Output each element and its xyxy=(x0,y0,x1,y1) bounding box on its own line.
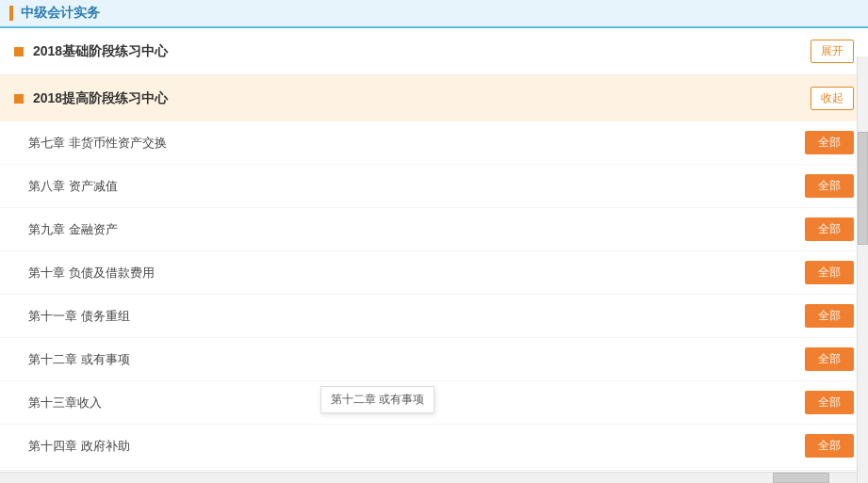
item-all-btn[interactable]: 全部 xyxy=(805,174,854,198)
vertical-scrollbar[interactable] xyxy=(857,56,868,483)
advanced-section-header-left: 2018提高阶段练习中心 xyxy=(14,90,168,107)
top-bar-title: 中级会计实务 xyxy=(21,5,100,22)
item-label: 第十章 负债及借款费用 xyxy=(28,265,155,282)
advanced-toggle-btn[interactable]: 收起 xyxy=(811,87,854,110)
item-label: 第十一章 债务重组 xyxy=(28,308,130,325)
main-content: 2018基础阶段练习中心 展开 2018提高阶段练习中心 收起 第七章 非货币性… xyxy=(0,28,868,483)
item-all-btn[interactable]: 全部 xyxy=(805,434,854,458)
top-bar-icon xyxy=(9,6,13,21)
basic-section-icon xyxy=(14,47,24,56)
item-label: 第十三章收入 xyxy=(28,394,102,411)
item-all-btn[interactable]: 全部 xyxy=(805,347,854,371)
table-row: 第十四章 政府补助 全部 xyxy=(0,425,868,468)
table-row: 第八章 资产减值 全部 xyxy=(0,165,868,208)
table-row: 第十五章 所得税 全部 xyxy=(0,468,868,470)
basic-toggle-btn[interactable]: 展开 xyxy=(811,40,854,63)
item-label: 第九章 金融资产 xyxy=(28,221,118,238)
item-label: 第八章 资产减值 xyxy=(28,178,118,195)
basic-section-title: 2018基础阶段练习中心 xyxy=(33,43,168,60)
advanced-section: 2018提高阶段练习中心 收起 第七章 非货币性资产交换 全部 第八章 资产减值… xyxy=(0,75,868,471)
horizontal-scrollbar[interactable] xyxy=(0,472,857,483)
table-row: 第九章 金融资产 全部 xyxy=(0,208,868,251)
table-row: 第七章 非货币性资产交换 全部 xyxy=(0,121,868,165)
top-bar: 中级会计实务 xyxy=(0,0,868,28)
item-label: 第十四章 政府补助 xyxy=(28,438,130,455)
items-container[interactable]: 第七章 非货币性资产交换 全部 第八章 资产减值 全部 第九章 金融资产 全部 … xyxy=(0,121,868,470)
item-all-btn[interactable]: 全部 xyxy=(805,391,854,414)
item-label: 第七章 非货币性资产交换 xyxy=(28,135,167,152)
item-label: 第十二章 或有事项 xyxy=(28,351,130,368)
horizontal-scrollbar-thumb[interactable] xyxy=(773,473,829,483)
advanced-section-title: 2018提高阶段练习中心 xyxy=(33,90,168,107)
table-row: 第十章 负债及借款费用 全部 xyxy=(0,251,868,295)
table-row: 第十一章 债务重组 全部 xyxy=(0,295,868,338)
advanced-section-icon xyxy=(14,94,24,104)
table-row: 第十三章收入 第十二章 或有事项 全部 xyxy=(0,381,868,425)
basic-section-header: 2018基础阶段练习中心 展开 xyxy=(0,28,868,74)
advanced-section-header: 2018提高阶段练习中心 收起 xyxy=(0,75,868,121)
item-all-btn[interactable]: 全部 xyxy=(805,261,854,284)
item-all-btn[interactable]: 全部 xyxy=(805,304,854,328)
tooltip: 第十二章 或有事项 xyxy=(320,386,434,413)
basic-section-header-left: 2018基础阶段练习中心 xyxy=(14,43,168,60)
item-all-btn[interactable]: 全部 xyxy=(805,217,854,241)
basic-section: 2018基础阶段练习中心 展开 xyxy=(0,28,868,75)
scrollbar-thumb[interactable] xyxy=(858,132,868,245)
item-all-btn[interactable]: 全部 xyxy=(805,131,854,154)
table-row: 第十二章 或有事项 全部 xyxy=(0,338,868,381)
